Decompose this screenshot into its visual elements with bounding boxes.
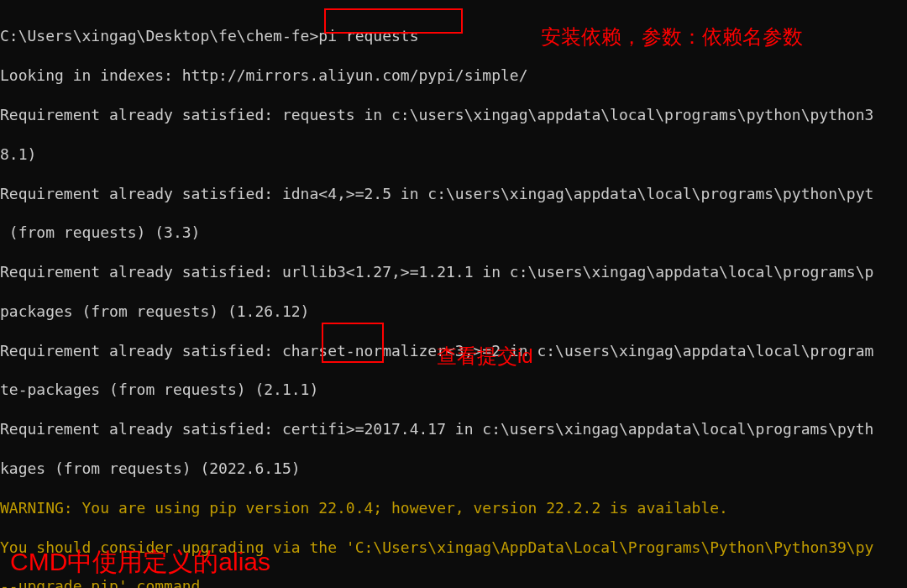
command-text: pi requests [318,27,418,45]
output-line: packages (from requests) (1.26.12) [0,302,907,321]
output-line: Requirement already satisfied: certifi>=… [0,419,907,438]
output-line: Requirement already satisfied: idna<4,>=… [0,184,907,203]
output-line: (from requests) (3.3) [0,223,907,242]
output-line: Requirement already satisfied: urllib3<1… [0,262,907,281]
command-line-1[interactable]: C:\Users\xingag\Desktop\fe\chem-fe>pi re… [0,26,907,45]
output-line: Requirement already satisfied: charset-n… [0,341,907,360]
annotation-cmd-alias: CMD中使用定义的alias [10,545,270,578]
prompt: C:\Users\xingag\Desktop\fe\chem-fe> [0,27,318,45]
output-line: Looking in indexes: http://mirrors.aliyu… [0,66,907,85]
terminal-output: C:\Users\xingag\Desktop\fe\chem-fe>pi re… [0,0,907,588]
output-line: 8.1) [0,144,907,164]
output-line: kages (from requests) (2022.6.15) [0,459,907,478]
output-line: te-packages (from requests) (2.1.1) [0,380,907,399]
warning-line: --upgrade pip' command. [0,576,907,588]
output-line: Requirement already satisfied: requests … [0,105,907,124]
warning-line: WARNING: You are using pip version 22.0.… [0,498,907,517]
